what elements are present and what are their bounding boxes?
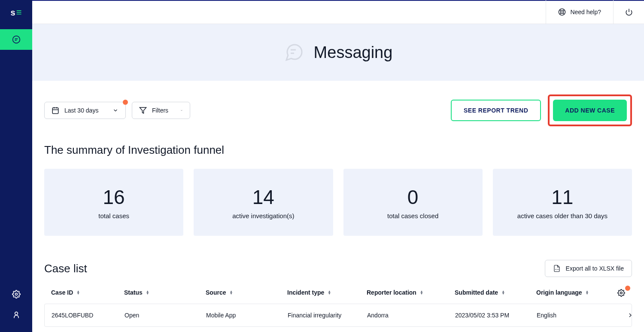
svg-line-6 <box>563 13 564 14</box>
date-range-label: Last 30 days <box>64 107 98 114</box>
gear-icon <box>617 289 625 297</box>
column-status[interactable]: Status ▲▼ <box>124 289 206 296</box>
sidebar-bottom <box>0 284 32 332</box>
topbar: Need help? <box>32 0 644 24</box>
svg-rect-12 <box>52 108 58 114</box>
page-title: Messaging <box>314 43 393 62</box>
toolbar-right: SEE REPORT TREND ADD NEW CASE <box>451 94 632 126</box>
lifebuoy-icon <box>558 8 566 16</box>
user-icon <box>12 311 21 319</box>
filter-icon <box>139 107 147 114</box>
power-icon <box>625 8 633 16</box>
logo: s≡ <box>0 0 32 25</box>
stat-card-total-cases: 16 total cases <box>44 169 183 236</box>
stat-value: 14 <box>252 186 274 209</box>
cell-origin-language: English <box>537 312 610 319</box>
column-reporter-location[interactable]: Reporter location ▲▼ <box>367 289 455 296</box>
sort-icon: ▲▼ <box>501 290 505 295</box>
logo-accent-icon: ≡ <box>16 9 22 15</box>
date-range-dropdown[interactable]: Last 30 days <box>44 102 126 119</box>
stat-value: 0 <box>407 186 419 209</box>
cell-status: Open <box>125 312 206 319</box>
toolbar: Last 30 days Filters <box>44 94 632 126</box>
stat-card-active-investigations: 14 active investigation(s) <box>194 169 333 236</box>
stat-label: active cases older than 30 days <box>517 212 608 219</box>
sort-icon: ▲▼ <box>328 290 331 295</box>
sidebar-item-profile[interactable] <box>0 305 32 325</box>
summary-title: The summary of Investigation funnel <box>44 143 632 157</box>
sort-icon: ▲▼ <box>420 290 423 295</box>
add-new-case-button[interactable]: ADD NEW CASE <box>553 100 627 121</box>
svg-point-4 <box>561 11 563 13</box>
page-header: Messaging <box>32 24 644 81</box>
column-source[interactable]: Source ▲▼ <box>206 289 287 296</box>
filters-label: Filters <box>152 107 168 114</box>
stats-grid: 16 total cases 14 active investigation(s… <box>44 169 632 236</box>
chevron-right-icon <box>627 312 634 319</box>
gear-icon <box>12 290 21 298</box>
notification-dot <box>625 286 630 291</box>
table-row[interactable]: 2645LOBFUBD Open Mobile App Financial ir… <box>44 304 632 327</box>
main: Need help? Messaging <box>32 0 644 332</box>
sidebar-nav <box>0 25 32 284</box>
stat-card-older: 11 active cases older than 30 days <box>493 169 632 236</box>
svg-point-2 <box>15 312 18 315</box>
cell-case-id: 2645LOBFUBD <box>52 312 125 319</box>
svg-point-0 <box>12 36 20 43</box>
help-label: Need help? <box>570 9 601 15</box>
chevron-down-icon <box>180 107 183 113</box>
column-submitted-date[interactable]: Submitted date ▲▼ <box>455 289 536 296</box>
content: Last 30 days Filters <box>32 81 644 332</box>
table-settings-button[interactable] <box>617 289 625 297</box>
stat-label: total cases <box>98 212 129 219</box>
logout-button[interactable] <box>613 0 644 24</box>
svg-line-5 <box>560 9 561 11</box>
export-xlsx-button[interactable]: XLSX Export all to XLSX file <box>545 260 632 277</box>
calendar-icon <box>52 107 59 114</box>
stat-card-closed: 0 total cases closed <box>343 169 483 236</box>
stat-label: total cases closed <box>387 212 438 219</box>
filters-dropdown[interactable]: Filters <box>132 102 190 119</box>
caselist-header: Case list XLSX Export all to XLSX file <box>44 260 632 277</box>
logo-text: s≡ <box>11 8 22 18</box>
column-incident-type[interactable]: Incident type ▲▼ <box>287 289 367 296</box>
case-table: Case ID ▲▼ Status ▲▼ Source ▲▼ Incident … <box>44 289 632 327</box>
caselist-title: Case list <box>44 262 87 275</box>
cell-source: Mobile App <box>206 312 288 319</box>
cell-submitted-date: 2023/05/02 3:53 PM <box>455 312 537 319</box>
sort-icon: ▲▼ <box>76 290 80 295</box>
stat-value: 11 <box>551 186 573 209</box>
svg-marker-16 <box>140 107 146 113</box>
table-header: Case ID ▲▼ Status ▲▼ Source ▲▼ Incident … <box>44 289 632 304</box>
sidebar-item-settings[interactable] <box>0 284 32 305</box>
sidebar-item-messaging[interactable] <box>0 29 32 50</box>
svg-line-8 <box>560 13 561 14</box>
sort-icon: ▲▼ <box>229 290 233 295</box>
stat-label: active investigation(s) <box>232 212 294 219</box>
column-case-id[interactable]: Case ID ▲▼ <box>51 289 124 296</box>
xlsx-file-icon: XLSX <box>553 265 561 272</box>
svg-point-1 <box>15 293 17 295</box>
sort-icon: ▲▼ <box>146 290 149 295</box>
export-label: Export all to XLSX file <box>566 265 624 272</box>
help-button[interactable]: Need help? <box>546 0 613 24</box>
see-report-trend-button[interactable]: SEE REPORT TREND <box>451 100 541 121</box>
sort-icon: ▲▼ <box>586 290 589 295</box>
cell-incident-type: Financial irregularity <box>288 312 367 319</box>
toolbar-left: Last 30 days Filters <box>44 102 190 119</box>
messaging-icon <box>284 42 304 63</box>
cell-reporter-location: Andorra <box>367 312 455 319</box>
message-icon <box>12 35 21 44</box>
stat-value: 16 <box>103 186 125 209</box>
svg-point-18 <box>620 292 623 294</box>
svg-line-7 <box>563 9 564 11</box>
row-expand <box>610 312 634 319</box>
svg-text:XLSX: XLSX <box>555 269 559 271</box>
chevron-down-icon <box>112 107 118 113</box>
add-new-case-highlight: ADD NEW CASE <box>548 94 632 126</box>
column-origin-language[interactable]: Origin language ▲▼ <box>536 289 609 296</box>
sidebar: s≡ <box>0 0 32 332</box>
